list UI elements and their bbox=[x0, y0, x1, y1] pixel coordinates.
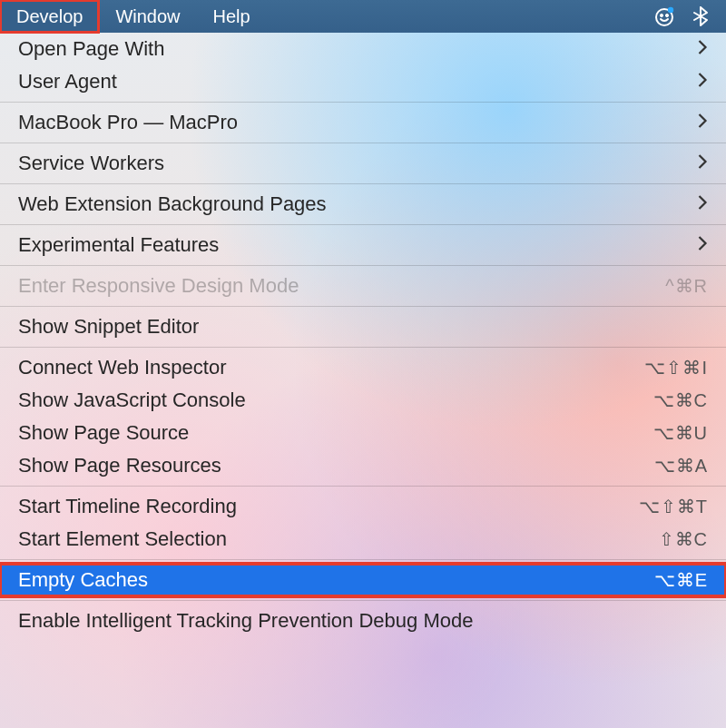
menu-item-label: Show JavaScript Console bbox=[18, 389, 653, 412]
menu-item-empty-caches[interactable]: Empty Caches⌥⌘E bbox=[0, 564, 726, 596]
menu-separator bbox=[0, 559, 726, 560]
menu-item-shortcut: ⌥⌘C bbox=[653, 389, 708, 411]
menu-item-label: Show Page Source bbox=[18, 421, 653, 445]
menu-separator bbox=[0, 600, 726, 601]
menu-item-label: Start Element Selection bbox=[18, 527, 659, 551]
menubar-label: Window bbox=[115, 6, 180, 27]
menu-item-enter-responsive-design-mode: Enter Responsive Design Mode^⌘R bbox=[0, 270, 726, 302]
menu-separator bbox=[0, 486, 726, 487]
menu-item-label: Show Page Resources bbox=[18, 454, 654, 477]
chevron-right-icon bbox=[696, 233, 708, 257]
svg-point-1 bbox=[660, 14, 662, 16]
chevron-right-icon bbox=[696, 70, 708, 93]
menubar: Develop Window Help bbox=[0, 0, 726, 33]
menu-item-label: Service Workers bbox=[18, 152, 696, 175]
menu-separator bbox=[0, 306, 726, 307]
menu-item-user-agent[interactable]: User Agent bbox=[0, 65, 726, 98]
menu-separator bbox=[0, 224, 726, 225]
menu-item-label: User Agent bbox=[18, 70, 696, 93]
menu-separator bbox=[0, 183, 726, 184]
svg-point-3 bbox=[668, 7, 673, 13]
menu-item-label: Connect Web Inspector bbox=[18, 356, 644, 379]
mx-notification-icon[interactable] bbox=[646, 5, 682, 27]
menubar-label: Develop bbox=[16, 6, 83, 27]
menu-item-connect-web-inspector[interactable]: Connect Web Inspector⌥⇧⌘I bbox=[0, 351, 726, 384]
menu-item-shortcut: ⇧⌘C bbox=[659, 528, 708, 550]
menu-item-show-javascript-console[interactable]: Show JavaScript Console⌥⌘C bbox=[0, 384, 726, 417]
develop-menu: Open Page WithUser AgentMacBook Pro — Ma… bbox=[0, 33, 726, 637]
menu-item-service-workers[interactable]: Service Workers bbox=[0, 147, 726, 180]
menu-item-start-timeline-recording[interactable]: Start Timeline Recording⌥⇧⌘T bbox=[0, 490, 726, 523]
menu-item-show-page-source[interactable]: Show Page Source⌥⌘U bbox=[0, 417, 726, 449]
menu-item-open-page-with[interactable]: Open Page With bbox=[0, 33, 726, 65]
menu-item-shortcut: ⌥⌘A bbox=[654, 455, 708, 477]
menu-item-shortcut: ⌥⇧⌘T bbox=[639, 496, 708, 517]
svg-point-2 bbox=[665, 14, 668, 16]
menu-item-label: MacBook Pro — MacPro bbox=[18, 111, 696, 134]
menu-item-label: Open Page With bbox=[18, 37, 696, 61]
chevron-right-icon bbox=[696, 111, 708, 134]
menu-item-show-snippet-editor[interactable]: Show Snippet Editor bbox=[0, 310, 726, 343]
menubar-item-develop[interactable]: Develop bbox=[0, 0, 99, 33]
bluetooth-icon[interactable] bbox=[682, 5, 719, 27]
menu-item-start-element-selection[interactable]: Start Element Selection⇧⌘C bbox=[0, 523, 726, 556]
menu-item-macbook-pro-macpro[interactable]: MacBook Pro — MacPro bbox=[0, 106, 726, 139]
menu-item-shortcut: ⌥⇧⌘I bbox=[644, 357, 708, 379]
menubar-label: Help bbox=[213, 6, 250, 27]
menu-item-shortcut: ⌥⌘U bbox=[653, 422, 708, 444]
menu-item-label: Enter Responsive Design Mode bbox=[18, 274, 665, 298]
menu-item-label: Enable Intelligent Tracking Prevention D… bbox=[18, 609, 708, 633]
menubar-item-window[interactable]: Window bbox=[99, 0, 196, 33]
menu-separator bbox=[0, 143, 726, 143]
chevron-right-icon bbox=[696, 192, 708, 216]
chevron-right-icon bbox=[696, 152, 708, 175]
menu-item-shortcut: ^⌘R bbox=[665, 275, 708, 297]
chevron-right-icon bbox=[696, 37, 708, 61]
menu-item-label: Show Snippet Editor bbox=[18, 315, 708, 339]
menu-item-label: Empty Caches bbox=[18, 568, 654, 592]
menu-item-label: Web Extension Background Pages bbox=[18, 192, 696, 216]
menu-item-show-page-resources[interactable]: Show Page Resources⌥⌘A bbox=[0, 449, 726, 482]
menu-item-label: Start Timeline Recording bbox=[18, 495, 639, 518]
menu-separator bbox=[0, 265, 726, 266]
menu-item-shortcut: ⌥⌘E bbox=[654, 569, 708, 591]
menu-item-web-extension-background-pages[interactable]: Web Extension Background Pages bbox=[0, 188, 726, 221]
menu-separator bbox=[0, 347, 726, 348]
menu-item-label: Experimental Features bbox=[18, 233, 696, 257]
menubar-item-help[interactable]: Help bbox=[197, 0, 267, 33]
menu-item-enable-intelligent-tracking-prevention-debug-mode[interactable]: Enable Intelligent Tracking Prevention D… bbox=[0, 605, 726, 637]
menu-item-experimental-features[interactable]: Experimental Features bbox=[0, 229, 726, 261]
menu-separator bbox=[0, 102, 726, 103]
